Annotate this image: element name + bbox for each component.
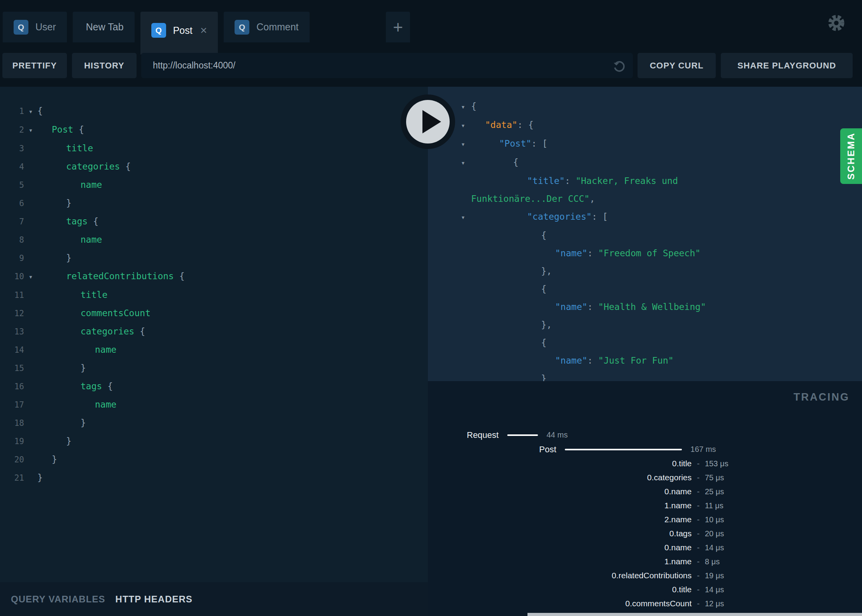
fold-toggle-icon[interactable]: ▾ [461, 117, 471, 135]
endpoint-field-wrap [141, 53, 633, 78]
response-line: { [428, 226, 862, 244]
trace-field-value: 75 μs [705, 473, 862, 482]
editor-line: 3title [0, 139, 428, 158]
trace-dash: - [692, 515, 705, 524]
trace-dash: - [692, 599, 705, 608]
response-line: "name": "Freedom of Speech" [428, 244, 862, 262]
editor-line: 16tags { [0, 377, 428, 396]
horizontal-scrollbar[interactable] [527, 613, 862, 616]
trace-dash: - [692, 543, 705, 552]
share-playground-button[interactable]: SHARE PLAYGROUND [721, 53, 853, 78]
editor-line: 11title [0, 286, 428, 304]
trace-field-row: 2.name-10 μs [428, 513, 862, 527]
prettify-button[interactable]: PRETTIFY [2, 53, 67, 78]
fold-toggle-icon[interactable]: ▾ [24, 121, 37, 139]
trace-field-label: 0.categories [428, 473, 692, 482]
trace-field-value: 12 μs [705, 599, 862, 608]
code-text: name [37, 234, 102, 245]
tab-new-tab[interactable]: New Tab [73, 12, 135, 42]
fold-toggle-icon[interactable]: ▾ [24, 268, 37, 286]
execute-button[interactable] [401, 94, 455, 149]
trace-field-row: 0.name-25 μs [428, 485, 862, 499]
line-number: 17 [0, 396, 24, 414]
trace-field-label: 2.name [428, 515, 692, 524]
response-pane[interactable]: ▾{▾"data": {▾"Post": [▾{"title": "Hacker… [428, 87, 862, 381]
trace-field-row: 0.categories-75 μs [428, 471, 862, 485]
fold-toggle-icon[interactable]: ▾ [461, 135, 471, 153]
trace-duration-value: 167 ms [690, 445, 716, 454]
play-icon [422, 110, 441, 133]
trace-field-value: 10 μs [705, 515, 862, 524]
code-text: categories { [37, 161, 131, 172]
trace-field-value: 8 μs [705, 557, 862, 566]
fold-toggle-icon[interactable]: ▾ [24, 103, 37, 121]
trace-dash: - [692, 487, 705, 496]
editor-line: 19} [0, 432, 428, 450]
add-tab-button[interactable]: + [386, 12, 410, 42]
query-type-badge: Q [151, 23, 166, 38]
trace-dash: - [692, 529, 705, 538]
code-text: { [471, 284, 547, 294]
line-number: 2 [0, 121, 24, 139]
trace-dash: - [692, 459, 705, 468]
response-lines: ▾{▾"data": {▾"Post": [▾{"title": "Hacker… [428, 87, 862, 381]
code-text: } [37, 363, 86, 373]
trace-field-value: 20 μs [705, 529, 862, 538]
schema-tab[interactable]: SCHEMA [840, 128, 862, 184]
trace-span-label: Request [467, 430, 499, 440]
tab-post[interactable]: QPost× [140, 12, 218, 54]
editor-line: 7tags { [0, 212, 428, 231]
refresh-icon[interactable] [612, 58, 627, 73]
trace-dash: - [692, 501, 705, 510]
code-text: } [37, 418, 86, 428]
editor-line: 13categories { [0, 322, 428, 341]
copy-curl-button[interactable]: COPY CURL [638, 53, 716, 78]
http-headers-tab[interactable]: HTTP HEADERS [116, 594, 193, 605]
code-text: categories { [37, 326, 145, 336]
trace-field-row: 1.name-11 μs [428, 499, 862, 513]
gear-icon[interactable] [826, 13, 846, 33]
close-tab-icon[interactable]: × [200, 24, 207, 36]
tab-comment[interactable]: QComment [224, 12, 309, 42]
trace-field-label: 0.title [428, 585, 692, 594]
code-text: } [37, 472, 43, 483]
editor-line: 1▾{ [0, 102, 428, 121]
line-number: 16 [0, 378, 24, 396]
trace-field-label: 0.title [428, 459, 692, 468]
endpoint-input[interactable] [141, 60, 612, 71]
editor-line: 4categories { [0, 158, 428, 176]
fold-toggle-icon[interactable]: ▾ [461, 208, 471, 226]
trace-field-label: 1.name [428, 557, 692, 566]
line-number: 20 [0, 451, 24, 469]
fold-toggle-icon[interactable]: ▾ [461, 98, 471, 116]
line-number: 18 [0, 414, 24, 432]
response-line: ▾"Post": [ [428, 135, 862, 153]
code-text: } [37, 198, 72, 208]
tracing-title: TRACING [794, 391, 850, 403]
code-text: "data": { [471, 120, 534, 130]
response-line: "name": "Health & Wellbeing" [428, 298, 862, 316]
editor-line: 12commentsCount [0, 304, 428, 322]
line-number: 6 [0, 194, 24, 212]
code-text: { [471, 338, 547, 348]
editor-bottom-bar: QUERY VARIABLES HTTP HEADERS [0, 582, 428, 616]
history-button[interactable]: HISTORY [72, 53, 137, 78]
trace-dash: - [692, 557, 705, 566]
query-variables-tab[interactable]: QUERY VARIABLES [11, 594, 105, 605]
fold-toggle-icon[interactable]: ▾ [461, 154, 471, 172]
tab-user[interactable]: QUser [3, 12, 67, 42]
code-text: name [37, 399, 116, 410]
query-editor[interactable]: 1▾{2▾Post {3title4categories {5name6}7ta… [0, 87, 428, 582]
line-number: 14 [0, 341, 24, 359]
response-line: } [428, 369, 862, 381]
trace-field-value: 19 μs [705, 571, 862, 580]
response-line: ▾{ [428, 97, 862, 116]
trace-field-label: 0.name [428, 543, 692, 552]
trace-field-row: 0.name-14 μs [428, 541, 862, 555]
trace-field-row: 0.title-14 μs [428, 583, 862, 597]
editor-line: 15} [0, 359, 428, 377]
editor-line: 17name [0, 396, 428, 414]
code-text: tags { [37, 216, 98, 226]
code-text: { [471, 230, 547, 240]
response-line: ▾{ [428, 153, 862, 172]
